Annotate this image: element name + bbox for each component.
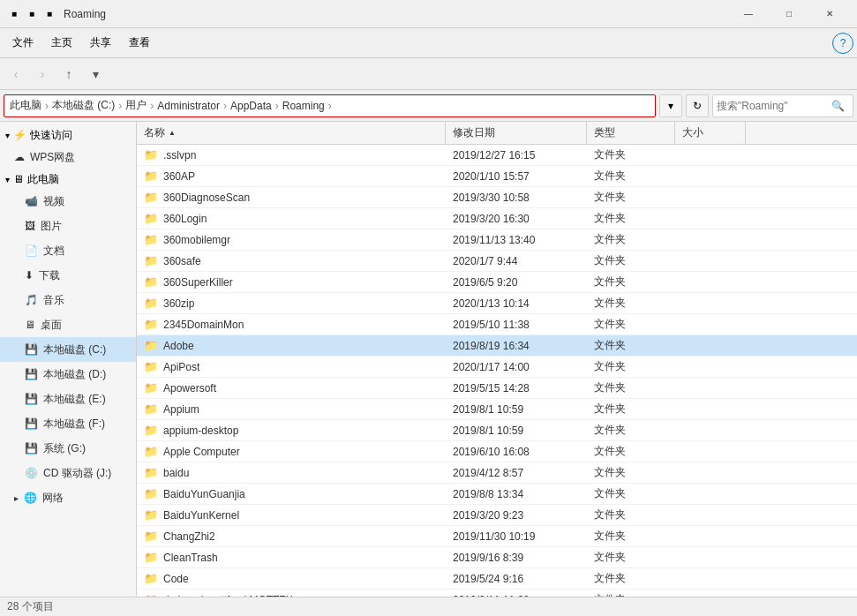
minimize-button[interactable]: — [728,0,769,28]
folder-icon: 📁 [144,402,158,417]
sidebar-item-local-f[interactable]: 💾 本地磁盘 (F:) [0,411,136,436]
table-row[interactable]: 📁 BaiduYunGuanjia 2019/8/8 13:34 文件夹 [137,484,857,505]
forward-button[interactable]: › [30,62,55,86]
sidebar-section-thispc[interactable]: ▾ 🖥 此电脑 [0,169,136,189]
recent-locations-button[interactable]: ▾ [83,62,108,86]
thispc-expand-icon: ▾ [5,175,10,184]
folder-icon: 📁 [144,487,158,501]
file-list: 名称 ▲ 修改日期 类型 大小 📁 .sslvpn 2019/12/27 16:… [137,122,857,597]
table-row[interactable]: 📁 360AP 2020/1/10 15:57 文件夹 [137,166,857,187]
menu-file[interactable]: 文件 [4,28,42,57]
sidebar-item-network[interactable]: ▸ 🌐 网络 [0,485,136,510]
sidebar-item-system-g[interactable]: 💾 系统 (G:) [0,436,136,461]
menu-home[interactable]: 主页 [42,28,81,57]
menu-view[interactable]: 查看 [120,28,159,57]
table-row[interactable]: 📁 baidu 2019/4/12 8:57 文件夹 [137,462,857,484]
refresh-button[interactable]: ↻ [686,94,709,117]
menu-share[interactable]: 共享 [81,28,120,57]
file-type-cell: 文件夹 [587,208,675,229]
file-date: 2019/8/8 13:34 [453,488,523,500]
path-segment-users[interactable]: 用户 [125,98,147,113]
table-row[interactable]: 📁 360Login 2019/3/20 16:30 文件夹 [137,208,857,229]
back-button[interactable]: ‹ [4,62,28,86]
address-path[interactable]: 此电脑 › 本地磁盘 (C:) › 用户 › Administrator › A… [4,94,656,117]
file-type: 文件夹 [594,529,626,544]
folder-icon: 📁 [144,212,158,226]
path-segment-appdata[interactable]: AppData [230,100,272,112]
sidebar-item-pictures[interactable]: 🖼 图片 [0,214,136,238]
sidebar-item-local-e[interactable]: 💾 本地磁盘 (E:) [0,387,136,411]
sidebar-item-cd-j[interactable]: 💿 CD 驱动器 (J:) [0,461,136,485]
table-row[interactable]: 📁 360DiagnoseScan 2019/3/30 10:58 文件夹 [137,187,857,208]
up-button[interactable]: ↑ [56,62,81,86]
file-type-cell: 文件夹 [587,399,675,419]
folder-icon: 📁 [144,466,158,480]
file-name-cell: 📁 360DiagnoseScan [137,187,446,207]
file-name-cell: 📁 .sslvpn [137,145,446,165]
disk-g-label: 系统 (G:) [43,441,86,456]
table-row[interactable]: 📁 360zip 2020/1/13 10:14 文件夹 [137,293,857,314]
column-header-date[interactable]: 修改日期 [446,122,587,144]
search-box[interactable]: 🔍 [712,94,853,117]
table-row[interactable]: 📁 Apple Computer 2019/6/10 16:08 文件夹 [137,441,857,462]
address-bar: 此电脑 › 本地磁盘 (C:) › 用户 › Administrator › A… [0,90,857,122]
disk-d-icon: 💾 [25,368,38,380]
file-type: 文件夹 [594,550,626,565]
sidebar-item-desktop[interactable]: 🖥 桌面 [0,312,136,337]
file-type-cell: 文件夹 [587,314,675,334]
table-row[interactable]: 📁 CleanTrash 2019/9/16 8:39 文件夹 [137,547,857,568]
sidebar-item-music[interactable]: 🎵 音乐 [0,288,136,312]
path-segment-roaming[interactable]: Roaming [282,100,325,112]
file-type: 文件夹 [594,253,626,268]
file-name-cell: 📁 Apple Computer [137,441,446,462]
file-type: 文件夹 [594,211,626,226]
title-bar: ■ ■ ■ Roaming — □ ✕ [0,0,857,28]
table-row[interactable]: 📁 Appium 2019/8/1 10:59 文件夹 [137,399,857,420]
file-type: 文件夹 [594,296,626,311]
table-row[interactable]: 📁 appium-desktop 2019/8/1 10:59 文件夹 [137,420,857,441]
file-type-cell: 文件夹 [587,484,675,504]
desktop-icon: 🖥 [25,319,35,331]
sidebar-item-local-c[interactable]: 💾 本地磁盘 (C:) [0,337,136,362]
sidebar-item-wps[interactable]: ☁ WPS网盘 [0,145,136,169]
table-row[interactable]: 📁 360SuperKiller 2019/6/5 9:20 文件夹 [137,272,857,293]
sidebar-item-downloads[interactable]: ⬇ 下载 [0,263,136,288]
column-header-size[interactable]: 大小 [675,122,746,144]
help-button[interactable]: ? [832,33,853,54]
table-row[interactable]: 📁 360mobilemgr 2019/11/13 13:40 文件夹 [137,229,857,251]
table-row[interactable]: 📁 2345DomainMon 2019/5/10 11:38 文件夹 [137,314,857,335]
table-row[interactable]: 📁 360safe 2020/1/7 9:44 文件夹 [137,251,857,272]
address-dropdown-button[interactable]: ▾ [659,94,682,117]
sidebar: ▾ ⚡ 快速访问 ☁ WPS网盘 ▾ 🖥 此电脑 📹 视频 🖼 图片 📄 文档 [0,122,137,597]
sidebar-item-video[interactable]: 📹 视频 [0,189,136,214]
path-segment-pc[interactable]: 此电脑 [10,98,41,113]
search-input[interactable] [717,100,831,112]
file-date-cell: 2019/9/16 8:39 [446,547,587,567]
maximize-button[interactable]: □ [769,0,809,28]
path-segment-c[interactable]: 本地磁盘 (C:) [52,98,115,113]
sidebar-item-documents[interactable]: 📄 文档 [0,238,136,263]
file-size-cell [675,547,746,567]
sidebar-section-quickaccess[interactable]: ▾ ⚡ 快速访问 [0,125,136,145]
table-row[interactable]: 📁 ApiPost 2020/1/17 14:00 文件夹 [137,357,857,378]
downloads-icon: ⬇ [25,269,34,282]
file-date: 2019/4/12 8:57 [453,467,523,479]
disk-e-label: 本地磁盘 (E:) [43,392,106,407]
column-header-name[interactable]: 名称 ▲ [137,122,446,144]
table-row[interactable]: 📁 BaiduYunKernel 2019/3/20 9:23 文件夹 [137,505,857,526]
table-row[interactable]: 📁 Apowersoft 2019/5/15 14:28 文件夹 [137,378,857,399]
table-row[interactable]: 📁 .sslvpn 2019/12/27 16:15 文件夹 [137,145,857,166]
path-segment-admin[interactable]: Administrator [157,100,220,112]
folder-icon: 📁 [144,233,158,247]
sidebar-item-local-d[interactable]: 💾 本地磁盘 (D:) [0,362,136,387]
close-button[interactable]: ✕ [809,0,850,28]
table-row[interactable]: 📁 ChangZhi2 2019/11/30 10:19 文件夹 [137,526,857,547]
file-size-cell [675,378,746,398]
video-label: 视频 [43,194,64,209]
table-row[interactable]: 📁 de.jensd.mqttfx.ui.MQTTFX 2019/9/11 11… [137,590,857,597]
column-header-type[interactable]: 类型 [587,122,675,144]
table-row[interactable]: 📁 Adobe 2019/8/19 16:34 文件夹 [137,335,857,357]
file-date: 2019/8/1 10:59 [453,403,523,416]
table-row[interactable]: 📁 Code 2019/5/24 9:16 文件夹 [137,568,857,590]
file-date: 2019/8/1 10:59 [453,424,523,437]
